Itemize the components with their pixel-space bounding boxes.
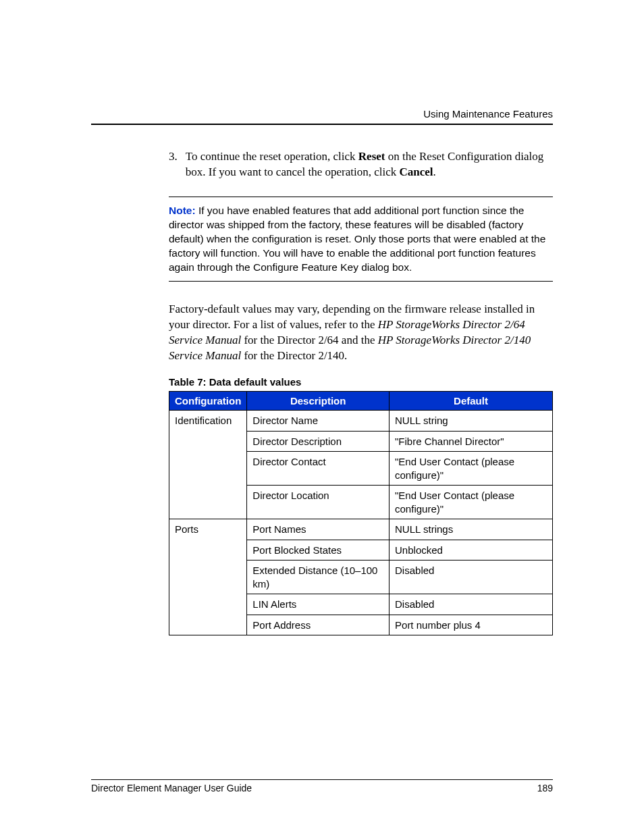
footer-title: Director Element Manager User Guide: [91, 783, 252, 793]
chapter-header: Using Maintenance Features: [91, 108, 553, 125]
note-body: If you have enabled features that add ad…: [169, 205, 545, 273]
table-row: Director Location "End User Contact (ple…: [169, 486, 553, 519]
page-footer: Director Element Manager User Guide 189: [91, 779, 553, 793]
note-label: Note:: [169, 205, 196, 216]
table-row: Identification Director Name NULL string: [169, 411, 553, 432]
step-3: 3. To continue the reset operation, clic…: [169, 149, 553, 180]
table-row: Director Description "Fibre Channel Dire…: [169, 431, 553, 452]
cancel-bold: Cancel: [400, 165, 433, 178]
table-caption: Table 7: Data default values: [169, 376, 553, 388]
page-number: 189: [537, 783, 553, 793]
table-row: Port Address Port number plus 4: [169, 615, 553, 635]
table-row: Extended Distance (10–100 km) Disabled: [169, 561, 553, 594]
chapter-title: Using Maintenance Features: [423, 108, 553, 120]
step-number: 3.: [169, 149, 178, 180]
table-row: Director Contact "End User Contact (plea…: [169, 452, 553, 486]
step-text: To continue the reset operation, click R…: [186, 149, 553, 180]
th-description: Description: [247, 392, 390, 411]
table-row: LIN Alerts Disabled: [169, 594, 553, 615]
th-default: Default: [390, 392, 553, 411]
data-default-table: Configuration Description Default Identi…: [169, 391, 553, 635]
table-row: Ports Port Names NULL strings: [169, 519, 553, 540]
th-configuration: Configuration: [169, 392, 247, 411]
table-row: Port Blocked States Unblocked: [169, 540, 553, 561]
note-box: Note: If you have enabled features that …: [169, 197, 553, 282]
factory-paragraph: Factory-default values may vary, dependi…: [169, 302, 553, 364]
reset-bold: Reset: [358, 150, 385, 163]
